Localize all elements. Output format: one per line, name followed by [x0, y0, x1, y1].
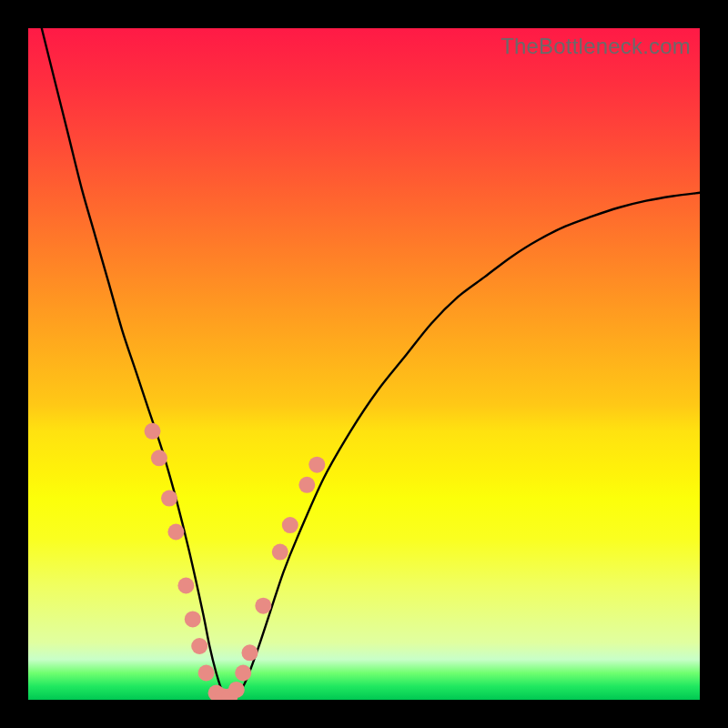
scatter-dots — [145, 423, 326, 700]
chart-frame: TheBottleneck.com — [0, 0, 728, 728]
plot-area: TheBottleneck.com — [28, 28, 700, 700]
data-point — [151, 450, 167, 466]
data-point — [255, 598, 271, 614]
data-point — [167, 524, 184, 541]
data-point — [282, 517, 298, 533]
data-point — [191, 638, 207, 654]
data-point — [228, 682, 245, 698]
data-point — [145, 423, 161, 440]
data-point — [298, 477, 315, 493]
data-point — [242, 644, 258, 661]
curve-svg — [28, 28, 700, 700]
data-point — [308, 457, 325, 473]
data-point — [198, 665, 215, 682]
data-point — [272, 544, 288, 561]
bottleneck-curve — [42, 28, 700, 700]
data-point — [185, 611, 201, 627]
data-point — [235, 665, 251, 682]
data-point — [161, 490, 177, 507]
data-point — [177, 578, 194, 594]
